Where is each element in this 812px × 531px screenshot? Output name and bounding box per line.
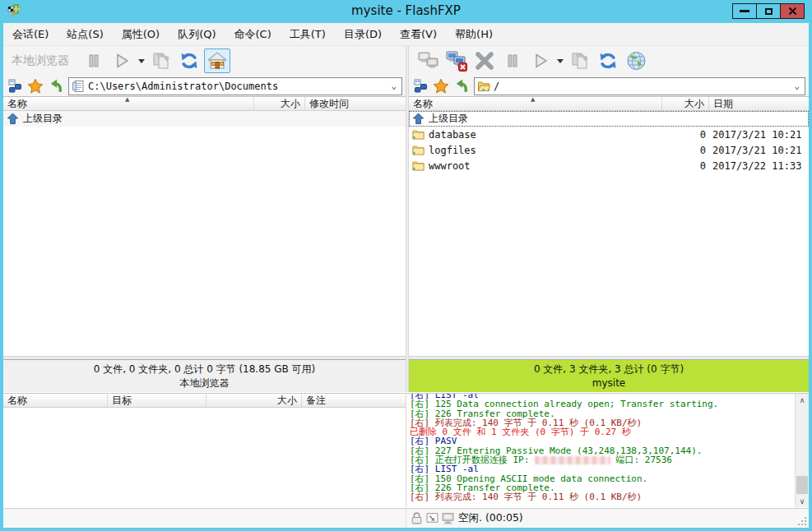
scroll-up-icon[interactable]: ∧ xyxy=(796,394,809,406)
local-path-row: C:\Users\Administrator\Documents ⌄ xyxy=(3,76,406,97)
maximize-button[interactable] xyxy=(756,3,781,19)
sort-ascending-icon: ▲ xyxy=(531,97,535,103)
local-pane: 本地浏览器 xyxy=(3,46,406,392)
local-resume-button[interactable] xyxy=(109,48,135,73)
documents-icon xyxy=(72,80,85,93)
favorites-star-icon[interactable] xyxy=(433,78,449,95)
connect-icon xyxy=(417,49,440,72)
close-icon xyxy=(788,7,797,16)
file-date: 2017/3/21 10:21 xyxy=(709,145,809,156)
column-header[interactable]: 日期 xyxy=(709,97,809,110)
up-directory-icon[interactable] xyxy=(453,78,470,95)
up-directory-icon xyxy=(7,113,19,125)
column-header[interactable]: 大小 xyxy=(662,97,709,110)
column-header[interactable]: 大小 xyxy=(254,97,305,110)
log-scrollbar[interactable]: ∧ ∨ xyxy=(795,394,809,507)
combo-dropdown-icon[interactable]: ⌄ xyxy=(391,81,399,91)
column-header[interactable]: 大小 xyxy=(206,394,302,407)
remote-resume-button[interactable] xyxy=(527,48,554,73)
refresh-icon xyxy=(179,50,200,72)
local-path-value: C:\Users\Administrator\Documents xyxy=(88,81,278,92)
remote-pause-button[interactable] xyxy=(499,48,526,73)
file-row[interactable]: logfiles02017/3/21 10:21 xyxy=(409,142,809,158)
folder-icon xyxy=(412,144,425,156)
menu-item[interactable]: 会话(E) xyxy=(3,23,58,45)
status-bar: 空闲. (00:05) xyxy=(3,508,809,528)
file-name: 上级目录 xyxy=(429,112,468,126)
column-header[interactable]: 名称▲ xyxy=(3,97,254,110)
menu-bar: 会话(E)站点(S)属性(O)队列(Q)命令(C)工具(T)目录(D)查看(V)… xyxy=(3,23,809,46)
local-file-list[interactable]: 上级目录 xyxy=(3,111,406,356)
minimize-button[interactable] xyxy=(732,3,757,19)
log-line: [右] LIST -al xyxy=(410,464,794,473)
scrollbar-thumb[interactable] xyxy=(796,476,808,494)
close-button[interactable] xyxy=(780,3,805,19)
file-row[interactable]: database02017/3/21 10:21 xyxy=(409,127,809,142)
file-row[interactable]: 上级目录 xyxy=(3,111,406,127)
local-browser-label: 本地浏览器 xyxy=(12,53,69,68)
menu-item[interactable]: 站点(S) xyxy=(58,23,112,45)
remote-resume-dropdown[interactable] xyxy=(555,48,565,73)
window-title: mysite - FlashFXP xyxy=(0,3,812,18)
menu-item[interactable]: 命令(C) xyxy=(225,23,281,45)
queue-header: 名称目标大小备注 xyxy=(3,394,406,408)
transfer-queue-pane: 名称目标大小备注 xyxy=(3,394,406,507)
column-header[interactable]: 名称 xyxy=(3,394,108,407)
local-home-button[interactable] xyxy=(204,48,230,73)
file-size: 0 xyxy=(662,160,709,172)
queue-list[interactable] xyxy=(3,408,406,507)
remote-connect-button[interactable] xyxy=(415,48,442,73)
scroll-down-icon[interactable]: ∨ xyxy=(796,495,809,507)
menu-item[interactable]: 队列(Q) xyxy=(169,23,225,45)
local-refresh-button[interactable] xyxy=(176,48,202,73)
chevron-down-icon xyxy=(138,59,145,63)
remote-file-list[interactable]: 上级目录database02017/3/21 10:21logfiles0201… xyxy=(409,111,809,356)
remote-refresh-button[interactable] xyxy=(595,48,621,73)
menu-item[interactable]: 工具(T) xyxy=(281,23,335,45)
folder-icon xyxy=(412,128,425,141)
menu-item[interactable]: 查看(V) xyxy=(391,23,446,45)
remote-abort-button[interactable] xyxy=(471,48,498,73)
status-bar-left xyxy=(3,509,406,528)
remote-path-combobox[interactable]: / ⌄ xyxy=(474,77,805,95)
local-transfer-queue-button[interactable] xyxy=(148,48,174,73)
menu-item[interactable]: 属性(O) xyxy=(113,23,169,45)
computer-icon xyxy=(441,511,455,525)
combo-dropdown-icon[interactable]: ⌄ xyxy=(794,81,802,91)
menu-item[interactable]: 目录(D) xyxy=(335,23,391,45)
remote-disconnect-button[interactable] xyxy=(443,48,470,73)
menu-item[interactable]: 帮助(H) xyxy=(446,23,502,45)
remote-path-row: / ⌄ xyxy=(409,76,809,97)
up-directory-icon[interactable] xyxy=(48,78,64,95)
local-status-counts: 0 文件, 0 文件夹, 0 总计 0 字节 (18.85 GB 可用) xyxy=(94,362,316,376)
site-tree-icon[interactable] xyxy=(7,78,23,95)
file-date: 2017/3/21 10:21 xyxy=(709,129,809,141)
remote-status-counts: 0 文件, 3 文件夹, 3 总计 (0 字节) xyxy=(534,362,684,376)
file-row[interactable]: 上级目录 xyxy=(409,111,809,127)
favorites-star-icon[interactable] xyxy=(27,78,44,95)
column-header[interactable]: 备注 xyxy=(302,394,406,407)
remote-web-browser-button[interactable] xyxy=(623,48,649,73)
screen-transfer-icon xyxy=(425,511,439,525)
local-resume-dropdown[interactable] xyxy=(137,48,146,73)
file-row[interactable]: wwwroot02017/3/22 11:33 xyxy=(409,158,809,173)
main-content: 本地浏览器 xyxy=(3,46,809,528)
refresh-icon xyxy=(597,50,619,72)
transfer-files-icon xyxy=(569,50,591,72)
disconnect-icon xyxy=(445,49,468,72)
file-size: 0 xyxy=(662,129,709,141)
transfer-files-icon xyxy=(151,50,172,72)
column-header[interactable]: 名称▲ xyxy=(409,97,662,110)
column-header[interactable]: 目标 xyxy=(108,394,206,407)
remote-list-header: 名称▲大小日期 xyxy=(409,97,809,111)
up-directory-icon xyxy=(412,113,425,125)
local-path-combobox[interactable]: C:\Users\Administrator\Documents ⌄ xyxy=(68,77,402,95)
column-header[interactable]: 修改时间 xyxy=(305,97,406,110)
play-icon xyxy=(112,51,132,71)
resize-grip[interactable] xyxy=(797,516,808,527)
local-pause-button[interactable] xyxy=(81,48,107,73)
remote-transfer-queue-button[interactable] xyxy=(567,48,593,73)
site-tree-icon[interactable] xyxy=(412,78,429,95)
title-bar: mysite - FlashFXP xyxy=(0,0,812,23)
local-list-header: 名称▲大小修改时间 xyxy=(3,97,406,111)
